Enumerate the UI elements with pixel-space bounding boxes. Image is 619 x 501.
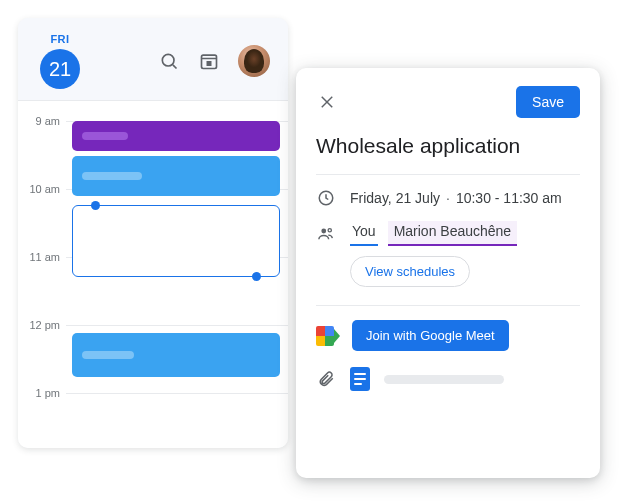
today-icon[interactable]: [198, 50, 220, 72]
time-label: 12 pm: [18, 319, 60, 331]
hour-line: [66, 325, 288, 326]
time-label: 9 am: [18, 115, 60, 127]
event-title[interactable]: Wholesale application: [316, 134, 580, 158]
guest-chip-other[interactable]: Marion Beauchêne: [388, 221, 518, 246]
search-icon[interactable]: [158, 50, 180, 72]
event-datetime: Friday, 21 July·10:30 - 11:30 am: [350, 190, 562, 206]
calendar-header: FRI 21: [18, 18, 288, 100]
join-meet-button[interactable]: Join with Google Meet: [352, 320, 509, 351]
calendar-date[interactable]: FRI 21: [40, 33, 80, 89]
event-date: Friday, 21 July: [350, 190, 440, 206]
calendar-grid[interactable]: 9 am 10 am 11 am 12 pm 1 pm: [18, 100, 288, 448]
close-icon[interactable]: [316, 91, 338, 113]
google-doc-icon[interactable]: [350, 367, 370, 391]
guests-row: You Marion Beauchêne: [316, 221, 580, 246]
event-title-placeholder: [82, 351, 134, 359]
guest-chip-you[interactable]: You: [350, 221, 378, 246]
event-block-blue-2[interactable]: [72, 333, 280, 377]
svg-point-8: [321, 229, 326, 234]
event-time: 10:30 - 11:30 am: [456, 190, 562, 206]
calendar-day-name: FRI: [50, 33, 69, 45]
attachment-row: [316, 367, 580, 391]
svg-point-0: [162, 54, 174, 66]
event-block-new[interactable]: [72, 205, 280, 277]
view-schedules-button[interactable]: View schedules: [350, 256, 470, 287]
time-label: 1 pm: [18, 387, 60, 399]
calendar-day-number: 21: [40, 49, 80, 89]
google-meet-icon: [316, 326, 340, 346]
calendar-header-actions: [158, 45, 274, 77]
attachment-icon[interactable]: [316, 369, 336, 389]
event-block-blue-1[interactable]: [72, 156, 280, 196]
time-label: 11 am: [18, 251, 60, 263]
hour-line: [66, 393, 288, 394]
people-icon: [316, 225, 336, 243]
clock-icon: [316, 189, 336, 207]
event-detail-panel: Save Wholesale application Friday, 21 Ju…: [296, 68, 600, 478]
save-button[interactable]: Save: [516, 86, 580, 118]
resize-handle-top[interactable]: [91, 201, 100, 210]
time-label: 10 am: [18, 183, 60, 195]
svg-point-9: [328, 229, 331, 232]
svg-rect-4: [207, 61, 212, 66]
dot-separator: ·: [446, 190, 450, 206]
meet-row: Join with Google Meet: [316, 320, 580, 351]
attachment-name-placeholder: [384, 375, 504, 384]
event-title-placeholder: [82, 132, 128, 140]
calendar-panel: FRI 21 9 am 10 am 11 am 12 pm 1 pm: [18, 18, 288, 448]
event-title-placeholder: [82, 172, 142, 180]
svg-line-1: [173, 65, 177, 69]
event-time-row[interactable]: Friday, 21 July·10:30 - 11:30 am: [316, 189, 580, 207]
event-block-purple[interactable]: [72, 121, 280, 151]
avatar[interactable]: [238, 45, 270, 77]
guest-chips: You Marion Beauchêne: [350, 221, 517, 246]
resize-handle-bottom[interactable]: [252, 272, 261, 281]
detail-top-bar: Save: [316, 86, 580, 118]
divider: [316, 305, 580, 306]
divider: [316, 174, 580, 175]
